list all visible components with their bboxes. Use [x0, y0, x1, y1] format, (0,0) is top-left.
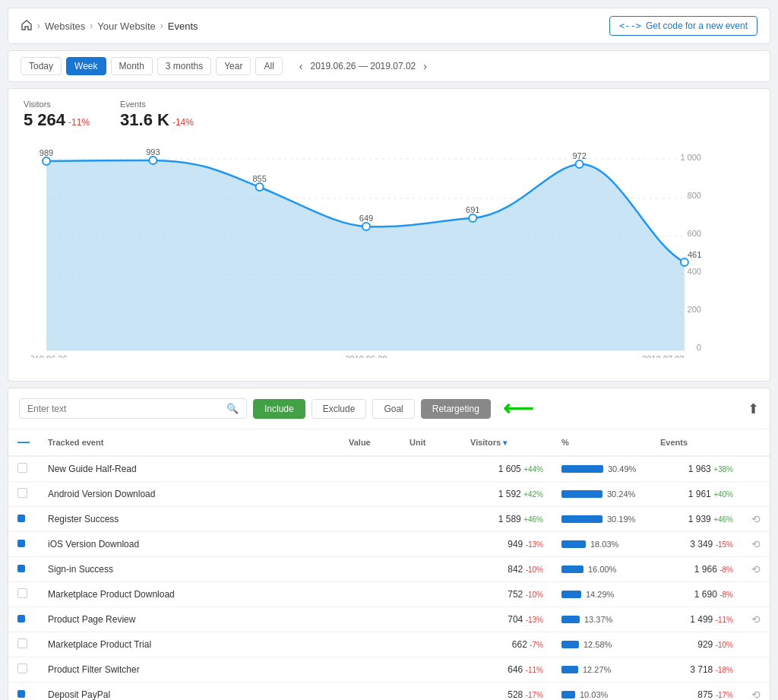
table-row: Register Success1 589 +46%30.19%1 939 +4…: [8, 507, 770, 532]
breadcrumb-websites[interactable]: Websites: [45, 21, 85, 32]
svg-point-14: [256, 183, 264, 191]
events-count: 1 961: [688, 489, 711, 499]
events-value: 31.6 K: [120, 110, 169, 130]
breadcrumb: › Websites › Your Website › Events: [21, 19, 198, 33]
svg-point-16: [469, 214, 476, 222]
exclude-button[interactable]: Exclude: [312, 399, 367, 419]
row-checkbox[interactable]: [17, 463, 27, 473]
event-action-cell: [742, 657, 770, 683]
row-checkbox[interactable]: [17, 664, 27, 673]
svg-text:600: 600: [688, 229, 701, 238]
pct-text: 30.24%: [607, 489, 635, 499]
col-header-unit: Unit: [400, 429, 461, 456]
visitors-change: +46%: [523, 515, 543, 524]
svg-text:691: 691: [466, 205, 479, 214]
svg-text:400: 400: [688, 267, 701, 276]
search-input[interactable]: [27, 404, 222, 414]
event-unit-cell: [400, 507, 461, 532]
period-prev-arrow[interactable]: ‹: [295, 59, 308, 74]
events-change: -15%: [716, 540, 733, 549]
retarget-icon[interactable]: ⟲: [751, 538, 761, 550]
sort-icon: ▾: [503, 439, 507, 447]
visitors-value: 646: [508, 664, 523, 675]
row-checkbox[interactable]: [17, 488, 27, 498]
visitors-change: -10%: [526, 591, 543, 599]
event-unit-cell: [400, 582, 461, 607]
event-visitors-cell: 528 -17%: [461, 683, 552, 701]
col-header-checkbox: —: [8, 429, 39, 456]
event-events-cell: 3 718 -18%: [651, 657, 742, 683]
visitors-change: -11%: [526, 666, 543, 674]
row-checkbox[interactable]: [17, 638, 27, 648]
visitors-value: 752: [508, 589, 523, 600]
event-events-cell: 1 499 -11%: [651, 607, 742, 632]
col-header-tracked-event: Tracked event: [39, 429, 340, 456]
svg-text:461: 461: [688, 250, 701, 259]
pct-text: 10.03%: [580, 690, 608, 699]
get-code-button[interactable]: <--> Get code for a new event: [609, 16, 757, 36]
event-visitors-cell: 662 -7%: [461, 632, 552, 657]
svg-text:989: 989: [40, 148, 53, 157]
period-week[interactable]: Week: [66, 57, 106, 75]
period-3months[interactable]: 3 months: [157, 57, 211, 75]
period-month[interactable]: Month: [111, 57, 153, 75]
period-bar: Today Week Month 3 months Year All ‹ 201…: [8, 50, 770, 82]
retarget-icon[interactable]: ⟲: [751, 563, 761, 575]
event-pct-cell: 12.27%: [552, 657, 651, 683]
goal-button[interactable]: Goal: [372, 399, 414, 419]
event-value-cell: [340, 507, 400, 532]
period-next-arrow[interactable]: ›: [419, 59, 432, 74]
home-icon[interactable]: [21, 19, 33, 33]
search-box: 🔍: [19, 398, 247, 419]
event-unit-cell: [400, 482, 461, 507]
events-change: +40%: [713, 490, 733, 499]
period-year[interactable]: Year: [216, 57, 251, 75]
events-count: 1 939: [688, 514, 711, 524]
event-pct-cell: 30.19%: [552, 507, 651, 532]
row-checkbox[interactable]: [17, 588, 27, 598]
retarget-icon[interactable]: ⟲: [751, 613, 761, 626]
visitors-value: 949: [508, 539, 523, 550]
retargeting-button[interactable]: Retargeting: [421, 399, 491, 419]
row-indicator: [17, 540, 25, 547]
col-header-visitors[interactable]: Visitors ▾: [461, 429, 552, 456]
event-pct-cell: 13.37%: [552, 607, 651, 632]
events-stat: Events 31.6 K -14%: [120, 100, 194, 130]
pct-bar: [561, 490, 602, 498]
event-events-cell: 1 966 -8%: [651, 557, 742, 582]
get-code-label: Get code for a new event: [646, 21, 748, 31]
event-events-cell: 1 961 +40%: [651, 482, 742, 507]
green-arrow-annotation: ⟵: [503, 396, 533, 421]
table-row: Sign-in Success842 -10%16.00%1 966 -8%⟲: [8, 557, 770, 582]
deselect-all-icon[interactable]: —: [17, 436, 30, 448]
row-indicator: [17, 565, 25, 572]
visitors-change: -13%: [526, 540, 543, 549]
include-button[interactable]: Include: [253, 399, 305, 419]
period-today[interactable]: Today: [21, 57, 62, 75]
event-value-cell: [340, 657, 400, 683]
visitors-value: 662: [512, 639, 527, 650]
event-events-cell: 1 690 -8%: [651, 582, 742, 607]
events-change: -18%: [716, 666, 733, 674]
row-indicator: [17, 615, 25, 622]
header: › Websites › Your Website › Events <--> …: [8, 8, 770, 44]
svg-text:972: 972: [572, 151, 586, 160]
retarget-icon[interactable]: ⟲: [751, 513, 761, 525]
col-header-events: Events: [651, 429, 742, 456]
svg-point-18: [681, 258, 688, 266]
visitors-stat: Visitors 5 264 -11%: [24, 100, 90, 130]
period-all[interactable]: All: [255, 57, 282, 75]
events-change: -8%: [719, 591, 733, 599]
visitors-value: 704: [508, 614, 523, 625]
visitors-change: -10%: [526, 565, 543, 574]
event-value-cell: [340, 582, 400, 607]
event-pct-cell: 30.24%: [552, 482, 651, 507]
breadcrumb-your-website[interactable]: Your Website: [97, 21, 156, 32]
visitors-value: 842: [508, 564, 523, 575]
upload-icon[interactable]: ⬆: [748, 401, 759, 417]
breadcrumb-sep-2: ›: [90, 21, 93, 31]
table-row: Marketplace Product Trial662 -7%12.58%92…: [8, 632, 770, 657]
events-table: — Tracked event Value Unit Visitors ▾ % …: [8, 429, 770, 700]
svg-point-15: [362, 223, 370, 230]
retarget-icon[interactable]: ⟲: [751, 689, 761, 700]
